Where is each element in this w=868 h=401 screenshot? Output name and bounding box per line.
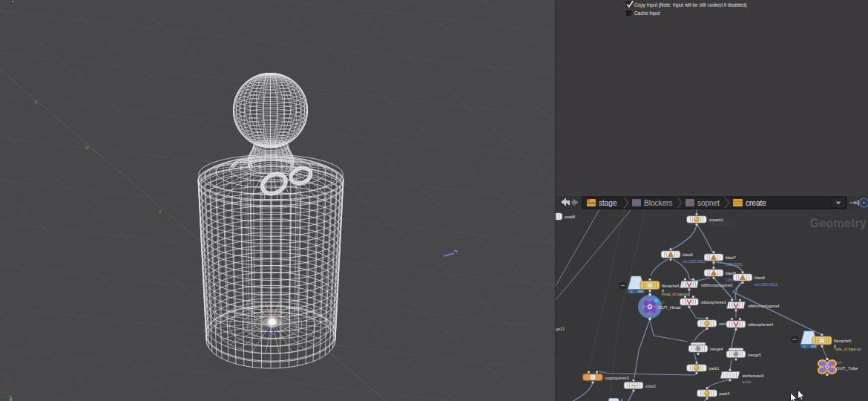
svg-text:y: y [9, 394, 12, 400]
svg-text:ge13: ge13 [556, 327, 565, 331]
svg-text:1050-5851: 1050-5851 [726, 263, 743, 267]
svg-text:merge4: merge4 [710, 347, 723, 351]
svg-text:null: null [658, 300, 664, 304]
svg-text:null: null [836, 360, 842, 365]
svg-text:blast7: blast7 [726, 255, 736, 260]
svg-text:not 1050-1513: not 1050-1513 [754, 283, 777, 287]
svg-text:898: 898 [638, 290, 643, 293]
svg-text:peak8: peak8 [565, 215, 575, 219]
svg-text:sopnet: sopnet [697, 199, 720, 207]
svg-text:898: 898 [811, 345, 816, 348]
svg-text:-2: -2 [84, 144, 89, 150]
svg-text:pack4: pack4 [720, 391, 730, 396]
svg-text:vdbfrompolygons3: vdbfrompolygons3 [701, 283, 733, 287]
svg-text:vdbtospheres3: vdbtospheres3 [701, 300, 726, 304]
svg-text:unpack1: unpack1 [709, 218, 724, 222]
svg-text:-1: -1 [157, 208, 162, 214]
svg-text:c: c [621, 397, 623, 401]
svg-text:Head_v1.bgeo.sc: Head_v1.bgeo.sc [662, 293, 690, 296]
svg-text:pack1: pack1 [709, 366, 720, 371]
svg-text:filecache6: filecache6 [662, 284, 679, 288]
svg-text:active: active [743, 380, 752, 384]
svg-text:color1: color1 [645, 384, 656, 388]
svg-text:vdbtospheres4: vdbtospheres4 [748, 322, 773, 327]
svg-text:filecache5: filecache5 [834, 339, 851, 343]
svg-text:copytopoints3: copytopoints3 [605, 376, 629, 380]
svg-text:vdbfrompolygons4: vdbfrompolygons4 [748, 304, 780, 308]
svg-text:Tube_v1.bgeo.sc: Tube_v1.bgeo.sc [834, 348, 861, 351]
svg-text:-3: -3 [32, 99, 37, 105]
svg-text:blast9: blast9 [754, 276, 765, 280]
svg-text:OUT_Tube: OUT_Tube [836, 366, 858, 371]
svg-text:not 1050-5651: not 1050-5651 [683, 260, 706, 264]
svg-text:blast6: blast6 [683, 252, 693, 257]
svg-text:create: create [746, 199, 766, 207]
svg-text:merge5: merge5 [748, 353, 761, 357]
svg-text:stage: stage [599, 199, 617, 207]
svg-text:OUT_Head: OUT_Head [658, 305, 680, 310]
svg-text:Blockers: Blockers [644, 199, 672, 207]
svg-text:attribcreate6: attribcreate6 [743, 374, 764, 378]
svg-text:1050: 1050 [726, 278, 734, 282]
